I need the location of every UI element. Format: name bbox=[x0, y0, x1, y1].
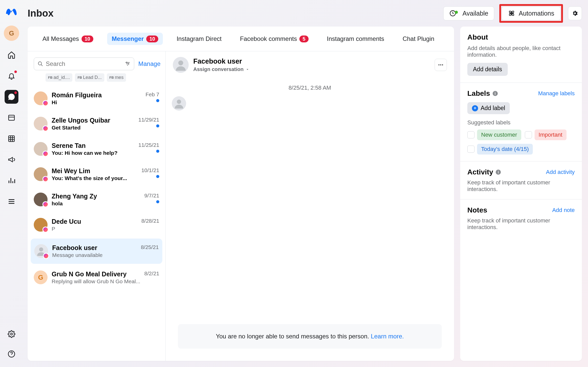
thread-item[interactable]: Zheng Yang Zyhola9/7/21 bbox=[28, 187, 165, 212]
unread-indicator bbox=[156, 150, 159, 153]
suggested-label[interactable]: Today's date (4/15) bbox=[467, 144, 533, 155]
notes-section: Notes Add note Keep track of important c… bbox=[460, 199, 582, 237]
availability-label: Available bbox=[462, 10, 488, 17]
unread-indicator bbox=[156, 200, 159, 203]
thread-avatar bbox=[34, 193, 48, 206]
conversation-view: Facebook user Assign conversation 8/25/2… bbox=[166, 51, 454, 361]
tab-instagram-comments[interactable]: Instagram comments bbox=[322, 33, 389, 45]
add-details-button[interactable]: Add details bbox=[467, 63, 508, 76]
thread-item[interactable]: GGrub N Go Meal DeliveryReplying will al… bbox=[28, 265, 165, 290]
blocked-banner: You are no longer able to send messages … bbox=[178, 324, 442, 349]
thread-preview: Hi bbox=[52, 99, 141, 105]
learn-more-link[interactable]: Learn more. bbox=[371, 333, 404, 340]
inbox-panel: All Messages10Messenger10Instagram Direc… bbox=[28, 27, 454, 361]
activity-section: Activity i Add activity Keep track of im… bbox=[460, 161, 582, 199]
tab-all-messages[interactable]: All Messages10 bbox=[38, 33, 98, 45]
thread-item[interactable]: Román FilgueiraHiFeb 7 bbox=[28, 86, 165, 111]
home-icon[interactable] bbox=[5, 48, 18, 62]
inbox-settings-button[interactable] bbox=[568, 6, 582, 20]
thread-date: 11/25/21 bbox=[138, 142, 159, 148]
filter-chip[interactable]: FB ad_id.... bbox=[46, 73, 72, 82]
search-input[interactable] bbox=[46, 60, 122, 67]
tab-chat-plugin[interactable]: Chat Plugin bbox=[398, 33, 439, 45]
svg-point-8 bbox=[38, 62, 42, 65]
user-silhouette-icon bbox=[174, 98, 184, 109]
thread-date: Feb 7 bbox=[145, 91, 159, 98]
svg-point-10 bbox=[128, 63, 129, 64]
thread-name: Mei Wey Lim bbox=[52, 167, 137, 175]
thread-preview: You: Hi how can we help? bbox=[52, 150, 134, 156]
svg-point-9 bbox=[126, 62, 127, 63]
ads-icon[interactable] bbox=[5, 153, 18, 167]
thread-name: Zheng Yang Zy bbox=[52, 193, 140, 200]
tab-messenger[interactable]: Messenger10 bbox=[107, 33, 163, 45]
thread-name: Dede Ucu bbox=[52, 218, 137, 225]
thread-avatar bbox=[34, 167, 48, 181]
manage-labels-link[interactable]: Manage labels bbox=[538, 90, 575, 97]
thread-date: 8/25/21 bbox=[141, 244, 159, 250]
automations-highlight: Automations bbox=[499, 4, 563, 23]
svg-point-11 bbox=[39, 247, 43, 252]
conversation-more-button[interactable] bbox=[435, 59, 447, 71]
thread-item[interactable]: Serene TanYou: Hi how can we help?11/25/… bbox=[28, 136, 165, 162]
thread-date: 10/1/21 bbox=[141, 167, 159, 173]
notes-title: Notes bbox=[467, 206, 487, 214]
availability-toggle[interactable]: Available bbox=[443, 6, 494, 20]
thread-avatar bbox=[34, 91, 48, 105]
suggested-label[interactable]: New customer bbox=[467, 129, 521, 140]
suggested-labels-title: Suggested labels bbox=[467, 119, 575, 126]
thread-item[interactable]: Zelle Ungos QuibarGet Started11/29/21 bbox=[28, 111, 165, 136]
info-icon[interactable]: i bbox=[496, 170, 501, 175]
message-avatar bbox=[172, 96, 186, 111]
thread-name: Serene Tan bbox=[52, 142, 134, 149]
inbox-tabs: All Messages10Messenger10Instagram Direc… bbox=[28, 27, 454, 51]
thread-preview: Get Started bbox=[52, 125, 134, 131]
filter-chip[interactable]: FB mes bbox=[107, 73, 126, 82]
checkbox[interactable] bbox=[467, 146, 474, 153]
thread-item[interactable]: Mei Wey LimYou: What's the size of your.… bbox=[28, 162, 165, 187]
settings-icon[interactable] bbox=[5, 327, 18, 341]
info-icon[interactable]: i bbox=[493, 91, 498, 96]
thread-date: 8/28/21 bbox=[141, 218, 159, 224]
assign-conversation[interactable]: Assign conversation bbox=[193, 66, 249, 72]
filter-chip[interactable]: FB Lead D... bbox=[75, 73, 104, 82]
svg-point-5 bbox=[511, 13, 512, 14]
plus-icon: + bbox=[472, 105, 478, 111]
checkbox[interactable] bbox=[525, 131, 532, 138]
about-subtitle: Add details about people, like contact i… bbox=[467, 45, 575, 58]
thread-item[interactable]: Facebook userMessage unavailable8/25/21 bbox=[31, 239, 162, 264]
filter-icon[interactable] bbox=[125, 61, 130, 67]
checkbox[interactable] bbox=[467, 131, 474, 138]
add-note-link[interactable]: Add note bbox=[552, 207, 575, 214]
notifications-icon[interactable] bbox=[5, 69, 18, 83]
thread-preview: Message unavailable bbox=[52, 252, 137, 258]
thread-date: 9/7/21 bbox=[144, 193, 159, 199]
account-avatar[interactable]: G bbox=[4, 26, 19, 41]
menu-icon[interactable] bbox=[5, 195, 18, 208]
svg-point-16 bbox=[177, 100, 181, 104]
search-input-wrapper[interactable] bbox=[34, 57, 134, 70]
add-label-button[interactable]: + Add label bbox=[467, 102, 510, 114]
label-tag: Today's date (4/15) bbox=[477, 144, 533, 155]
activity-title: Activity bbox=[467, 168, 493, 176]
insights-icon[interactable] bbox=[5, 174, 18, 187]
help-icon[interactable] bbox=[5, 347, 18, 361]
inbox-icon[interactable] bbox=[5, 90, 18, 104]
manage-link[interactable]: Manage bbox=[138, 60, 161, 67]
add-activity-link[interactable]: Add activity bbox=[546, 169, 575, 175]
thread-name: Zelle Ungos Quibar bbox=[52, 117, 134, 124]
thread-date: 8/2/21 bbox=[144, 270, 159, 277]
thread-item[interactable]: Dede UcuP8/28/21 bbox=[28, 212, 165, 238]
top-header: Inbox Available Automations bbox=[28, 0, 582, 27]
planner-icon[interactable] bbox=[5, 132, 18, 146]
tab-facebook-comments[interactable]: Facebook comments5 bbox=[235, 33, 313, 45]
user-silhouette-icon bbox=[175, 59, 187, 71]
posts-icon[interactable] bbox=[5, 111, 18, 125]
svg-point-14 bbox=[440, 64, 441, 65]
automations-button[interactable]: Automations bbox=[502, 6, 561, 20]
gear-icon bbox=[572, 10, 578, 17]
labels-title: Labels bbox=[467, 89, 490, 98]
unread-indicator bbox=[156, 175, 159, 178]
suggested-label[interactable]: Important bbox=[525, 129, 567, 140]
tab-instagram-direct[interactable]: Instagram Direct bbox=[172, 33, 226, 45]
